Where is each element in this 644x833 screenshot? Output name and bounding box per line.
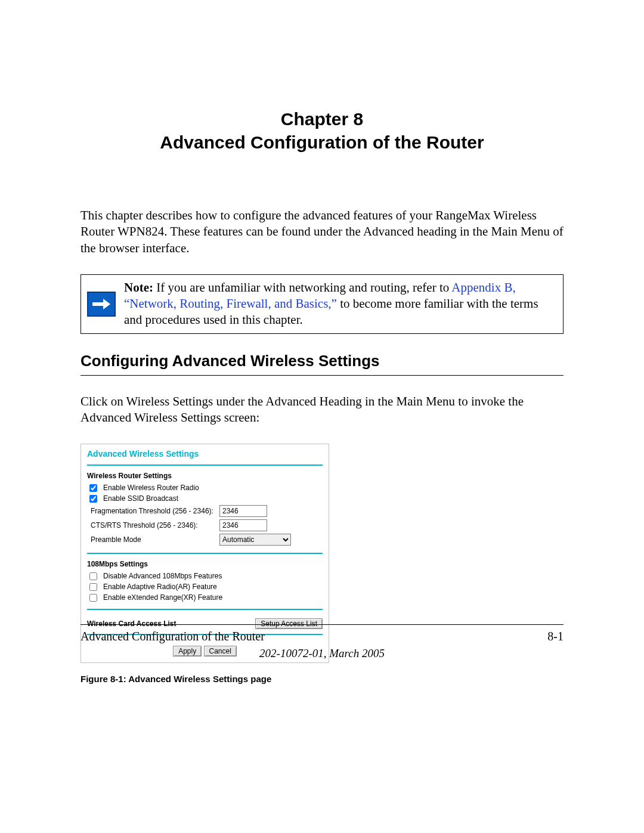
xr-checkbox[interactable] <box>89 594 97 602</box>
fragmentation-input[interactable] <box>219 505 267 517</box>
xr-label: Enable eXtended Range(XR) Feature <box>103 593 323 602</box>
enable-radio-checkbox[interactable] <box>89 484 97 492</box>
svg-rect-0 <box>92 302 103 306</box>
arrow-right-icon <box>87 292 116 317</box>
screenshot-separator <box>87 465 323 466</box>
preamble-select[interactable]: Automatic <box>219 534 291 546</box>
figure-caption: Figure 8-1: Advanced Wireless Settings p… <box>80 674 564 684</box>
footer-doc-id: 202-10072-01, March 2005 <box>80 647 564 660</box>
disable-108-label: Disable Advanced 108Mbps Features <box>103 572 323 580</box>
footer-left: Advanced Configuration of the Router <box>80 630 265 643</box>
disable-108-checkbox[interactable] <box>89 572 97 580</box>
screenshot-title: Advanced Wireless Settings <box>87 449 323 465</box>
ctsrts-input[interactable] <box>219 519 267 531</box>
ctsrts-label: CTS/RTS Threshold (256 - 2346): <box>87 521 216 529</box>
screenshot-separator-2 <box>87 553 323 554</box>
fragmentation-label: Fragmentation Threshold (256 - 2346): <box>87 507 216 515</box>
adaptive-radio-checkbox[interactable] <box>89 583 97 591</box>
enable-radio-label: Enable Wireless Router Radio <box>103 484 323 492</box>
note-text: Note: If you are unfamiliar with network… <box>122 275 563 333</box>
wireless-router-settings-heading: Wireless Router Settings <box>87 472 323 480</box>
note-prefix: Note: <box>124 280 156 295</box>
chapter-label: Chapter 8 <box>80 107 564 131</box>
section-rule <box>80 375 564 376</box>
screenshot-separator-3 <box>87 609 323 610</box>
note-icon-cell <box>81 275 122 333</box>
enable-ssid-label: Enable SSID Broadcast <box>103 494 323 503</box>
108mbps-heading: 108Mbps Settings <box>87 560 323 568</box>
section-heading: Configuring Advanced Wireless Settings <box>80 352 564 370</box>
chapter-title: Advanced Configuration of the Router <box>80 131 564 154</box>
note-before-link: If you are unfamiliar with networking an… <box>156 280 451 295</box>
adaptive-radio-label: Enable Adaptive Radio(AR) Feature <box>103 583 323 591</box>
svg-marker-1 <box>103 299 110 309</box>
page-footer: Advanced Configuration of the Router 8-1… <box>80 624 564 660</box>
preamble-label: Preamble Mode <box>87 535 216 544</box>
chapter-heading: Chapter 8 Advanced Configuration of the … <box>80 107 564 154</box>
intro-paragraph: This chapter describes how to configure … <box>80 208 564 256</box>
footer-right: 8-1 <box>547 630 564 643</box>
enable-ssid-checkbox[interactable] <box>89 495 97 503</box>
section-paragraph: Click on Wireless Settings under the Adv… <box>80 394 564 426</box>
note-box: Note: If you are unfamiliar with network… <box>80 274 564 334</box>
footer-rule <box>80 624 564 625</box>
